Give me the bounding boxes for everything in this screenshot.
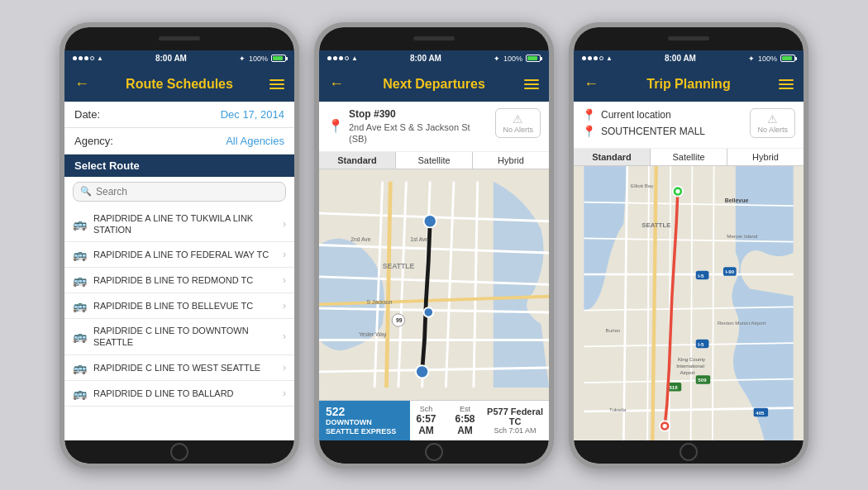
- dep-times-block: Sch 6:57 AM Est 6:58 AM: [410, 401, 481, 440]
- agency-row: Agency: All Agencies: [64, 128, 294, 155]
- svg-text:509: 509: [698, 377, 707, 383]
- map-tab-satellite-3[interactable]: Satellite: [651, 149, 727, 165]
- agency-label: Agency:: [74, 135, 120, 147]
- status-right-1: ✦ 100%: [239, 55, 286, 63]
- home-button-2[interactable]: [425, 443, 443, 461]
- phone-route-schedules: ▲ 8:00 AM ✦ 100% ← Route Schedules Date:…: [60, 22, 299, 469]
- dep-times-row: Sch 6:57 AM Est 6:58 AM: [415, 405, 476, 436]
- menu-button-3[interactable]: [779, 79, 794, 89]
- search-bar-1[interactable]: 🔍: [73, 182, 286, 202]
- route-item-3[interactable]: 🚌 RAPIDRIDE B LINE TO BELLEVUE TC ›: [64, 293, 294, 319]
- select-route-header: Select Route: [64, 155, 294, 177]
- dep-route: 522 DOWNTOWN SEATTLE EXPRESS: [319, 401, 410, 440]
- bus-icon-2: 🚌: [73, 274, 87, 287]
- home-button-3[interactable]: [680, 443, 698, 461]
- route-name-2: RAPIDRIDE B LINE TO REDMOND TC: [93, 274, 283, 286]
- wifi-icon-2: ▲: [351, 55, 358, 62]
- map-tab-satellite-2[interactable]: Satellite: [396, 152, 473, 169]
- destination-text: SOUTHCENTER MALL: [601, 126, 705, 137]
- stop-pin-icon: 📍: [327, 118, 344, 134]
- svg-text:Elliott Bay: Elliott Bay: [631, 183, 654, 188]
- back-button-2[interactable]: ←: [329, 75, 344, 93]
- route-item-2[interactable]: 🚌 RAPIDRIDE B LINE TO REDMOND TC ›: [64, 268, 294, 293]
- svg-text:Mercer Island: Mercer Island: [727, 233, 757, 239]
- route-name-0: RAPIDRIDE A LINE TO TUKWILA LINK STATION: [93, 212, 283, 236]
- status-right-2: ✦ 100%: [494, 55, 541, 63]
- search-icon-1: 🔍: [80, 186, 92, 197]
- route-item-0[interactable]: 🚌 RAPIDRIDE A LINE TO TUKWILA LINK STATI…: [64, 207, 294, 243]
- route-item-5[interactable]: 🚌 RAPIDRIDE C LINE TO WEST SEATTLE ›: [64, 355, 294, 381]
- speaker-3: [668, 36, 709, 40]
- menu-button-1[interactable]: [269, 79, 284, 89]
- chevron-1: ›: [283, 249, 286, 260]
- back-button-3[interactable]: ←: [584, 75, 599, 93]
- dep-time-est: Est 6:58 AM: [454, 405, 476, 436]
- svg-text:I-5: I-5: [698, 272, 704, 278]
- battery-icon-1: [271, 55, 286, 62]
- stop-info: 📍 Stop #390 2nd Ave Ext S & S Jackson St…: [319, 102, 549, 153]
- svg-text:SEATTLE: SEATTLE: [383, 262, 415, 270]
- search-input-1[interactable]: [96, 186, 279, 197]
- svg-text:International: International: [676, 362, 704, 368]
- route-item-1[interactable]: 🚌 RAPIDRIDE A LINE TO FEDERAL WAY TC ›: [64, 242, 294, 268]
- svg-text:King County: King County: [678, 355, 706, 361]
- svg-point-12: [424, 215, 436, 227]
- time-2: 8:00 AM: [410, 54, 441, 63]
- svg-text:Bellevue: Bellevue: [725, 197, 749, 202]
- phone-bottom-2: [319, 440, 549, 464]
- phone-next-departures: ▲ 8:00 AM ✦ 100% ← Next Departures 📍: [314, 22, 554, 469]
- map-svg-2: 2nd Ave 1st Ave S Jackson Yesler Way SEA…: [319, 169, 549, 400]
- status-left-3: ▲: [582, 55, 613, 62]
- bus-icon-3: 🚌: [73, 299, 87, 312]
- bus-icon-1: 🚌: [73, 248, 87, 261]
- dep-destination: P577 Federal TC Sch 7:01 AM: [481, 401, 549, 440]
- no-alerts-3: No Alerts: [757, 126, 788, 134]
- status-right-3: ✦ 100%: [748, 55, 795, 63]
- svg-text:I-90: I-90: [726, 269, 735, 274]
- map-tabs-2: Standard Satellite Hybrid: [319, 152, 549, 169]
- svg-text:99: 99: [396, 318, 403, 324]
- wifi-icon-1: ▲: [97, 55, 103, 62]
- no-alerts-2: No Alerts: [503, 126, 533, 134]
- alert-icon-3: ⚠: [767, 112, 778, 126]
- svg-text:405: 405: [756, 409, 765, 415]
- red-pin-icon: 📍: [582, 125, 596, 138]
- alert-box-2: ⚠ No Alerts: [495, 108, 541, 138]
- bus-icon-4: 🚌: [73, 330, 87, 343]
- svg-text:Renton Munici Airport: Renton Munici Airport: [718, 320, 766, 326]
- svg-point-14: [424, 307, 434, 317]
- agency-value[interactable]: All Agencies: [120, 135, 284, 147]
- trip-map-svg: I-5 I-5 518 509 E: [574, 166, 804, 440]
- speaker-2: [413, 36, 455, 40]
- svg-text:Burien: Burien: [606, 326, 621, 332]
- date-value[interactable]: Dec 17, 2014: [120, 108, 284, 121]
- current-location-text: Current location: [601, 109, 671, 121]
- time-1: 8:00 AM: [155, 54, 187, 63]
- wifi-icon-3: ▲: [606, 55, 613, 62]
- menu-button-2[interactable]: [524, 79, 539, 89]
- battery-pct-1: 100%: [249, 55, 268, 63]
- map-tab-standard-3[interactable]: Standard: [574, 149, 651, 165]
- status-left-1: ▲: [73, 55, 103, 62]
- chevron-5: ›: [283, 362, 286, 373]
- bluetooth-icon-2: ✦: [494, 55, 500, 63]
- route-name-5: RAPIDRIDE C LINE TO WEST SEATTLE: [93, 362, 283, 373]
- phone2-content: 📍 Stop #390 2nd Ave Ext S & S Jackson St…: [319, 102, 549, 440]
- nav-title-3: Trip Planning: [599, 77, 779, 92]
- map-tab-hybrid-3[interactable]: Hybrid: [727, 149, 804, 165]
- stop-details: 📍 Stop #390 2nd Ave Ext S & S Jackson St…: [327, 108, 489, 145]
- date-row: Date: Dec 17, 2014: [64, 102, 294, 128]
- svg-text:I-5: I-5: [698, 340, 704, 346]
- status-bar-1: ▲ 8:00 AM ✦ 100%: [64, 50, 294, 67]
- home-button-1[interactable]: [170, 443, 188, 461]
- map-tab-standard-2[interactable]: Standard: [319, 152, 396, 169]
- phone-bottom-1: [64, 440, 294, 464]
- route-item-6[interactable]: 🚌 RAPIDRIDE D LINE TO BALLARD ›: [64, 381, 294, 407]
- svg-point-46: [663, 423, 667, 427]
- map-tab-hybrid-2[interactable]: Hybrid: [473, 152, 549, 169]
- bus-icon-0: 🚌: [73, 217, 87, 231]
- back-button-1[interactable]: ←: [74, 75, 89, 93]
- svg-text:Tukwila: Tukwila: [609, 407, 627, 412]
- route-item-4[interactable]: 🚌 RAPIDRIDE C LINE TO DOWNTOWN SEATTLE ›: [64, 319, 294, 355]
- svg-point-13: [416, 365, 428, 378]
